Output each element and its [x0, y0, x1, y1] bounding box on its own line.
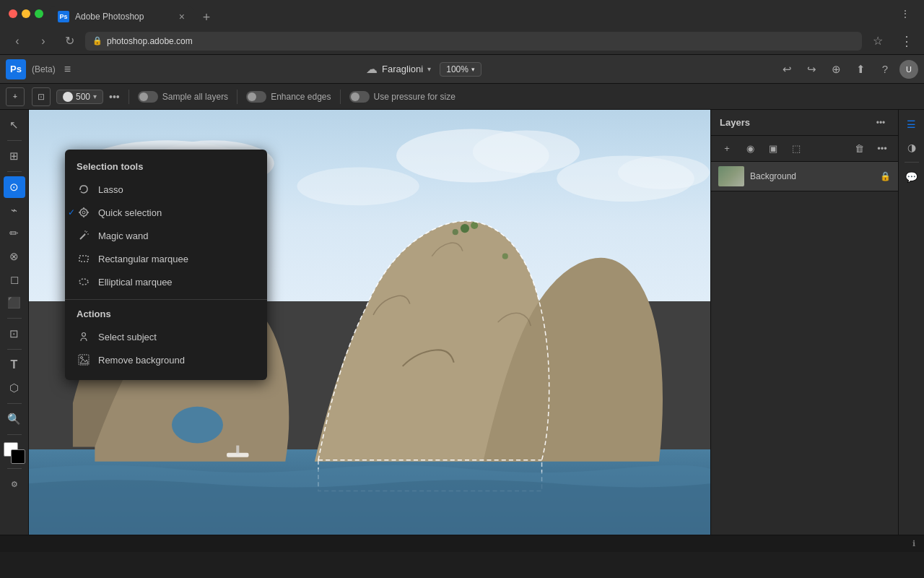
rectangular-marquee-icon: [77, 251, 91, 266]
panel-header-actions: •••: [872, 114, 889, 131]
magic-wand-icon: [77, 228, 91, 243]
zoom-control[interactable]: 100% ▾: [440, 62, 481, 77]
enhance-edges-label: Enhance edges: [271, 92, 331, 102]
layers-panel-toggle-button[interactable]: ☰: [902, 114, 922, 134]
cloud-workspace-selector[interactable]: ☁ Faraglioni ▾: [366, 62, 431, 76]
svg-point-30: [82, 333, 86, 337]
eyedropper-tool-button[interactable]: 🔍: [4, 408, 25, 430]
browser-settings-icon[interactable]: ⋮: [895, 4, 915, 24]
tab-favicon: Ps: [58, 11, 69, 22]
popup-actions-title: Actions: [65, 306, 267, 325]
toolbar-separator-2: [7, 171, 22, 172]
svg-point-18: [82, 211, 85, 214]
enhance-edges-toggle[interactable]: [246, 91, 266, 103]
brush-preview-icon: [63, 92, 73, 102]
selection-tools-popup: Selection tools Lasso ✓: [65, 150, 267, 380]
layer-name: Background: [750, 171, 874, 181]
quick-selection-tool-item[interactable]: ✓ Quick selection: [65, 201, 267, 224]
fill-tool-button[interactable]: ⬛: [4, 292, 25, 314]
more-options-button[interactable]: •••: [109, 91, 120, 103]
tab-close-button[interactable]: ×: [179, 11, 185, 22]
workspace-name: Faraglioni: [382, 64, 423, 74]
magic-wand-tool-item[interactable]: Magic wand: [65, 224, 267, 247]
bookmark-icon[interactable]: ☆: [868, 31, 888, 51]
selection-tool-button[interactable]: ⊙: [4, 176, 25, 198]
canvas-area[interactable]: Selection tools Lasso ✓: [29, 110, 710, 535]
color-preview[interactable]: [4, 442, 25, 464]
remove-background-icon: [77, 353, 91, 367]
move-tool-button[interactable]: ↖: [4, 114, 25, 136]
panel-more-options-button[interactable]: •••: [872, 114, 889, 131]
elliptical-marquee-tool-item[interactable]: Elliptical marquee: [65, 270, 267, 293]
adjustments-tool-button[interactable]: ⚙: [4, 473, 25, 495]
traffic-light-yellow[interactable]: [22, 9, 30, 18]
rectangular-marquee-tool-item[interactable]: Rectangular marquee: [65, 247, 267, 270]
svg-rect-28: [79, 256, 88, 262]
layers-list: Background 🔒: [711, 162, 898, 535]
select-subject-action-item[interactable]: Select subject: [65, 325, 267, 348]
brush-tool-button[interactable]: ✏: [4, 223, 25, 244]
layer-effects-button[interactable]: ◉: [740, 139, 760, 159]
quick-selection-icon: [77, 205, 91, 220]
sample-all-layers-label: Sample all layers: [162, 92, 228, 102]
user-avatar[interactable]: U: [899, 60, 918, 79]
chat-button[interactable]: 💬: [902, 167, 922, 187]
type-tool-button[interactable]: T: [4, 354, 25, 376]
layers-more-options-button[interactable]: •••: [872, 139, 892, 159]
selection-mode-subtract-button[interactable]: ⊡: [32, 87, 51, 106]
add-layer-button[interactable]: +: [717, 139, 737, 159]
toolbar-actions: ↩ ↪ ⊕ ⬆ ? U: [777, 59, 918, 79]
redo-button[interactable]: ↪: [801, 59, 821, 79]
selection-mode-add-button[interactable]: +: [6, 87, 25, 106]
app-toolbar: Ps (Beta) ≡ ☁ Faraglioni ▾ 100% ▾ ↩ ↪ ⊕ …: [0, 55, 924, 84]
browser-menu-icon[interactable]: ⋮: [897, 31, 917, 51]
discover-button[interactable]: ⊕: [826, 59, 846, 79]
layer-mask-button[interactable]: ▣: [763, 139, 783, 159]
adjustments-panel-button[interactable]: ◑: [902, 137, 922, 158]
layer-lock-icon: 🔒: [880, 171, 891, 181]
remove-background-action-item[interactable]: Remove background: [65, 348, 267, 371]
pressure-size-toggle[interactable]: [349, 91, 370, 103]
layer-group-button[interactable]: ⬚: [786, 139, 806, 159]
sample-all-layers-toggle[interactable]: [138, 91, 158, 103]
shape-tool-button[interactable]: ⬡: [4, 377, 25, 399]
svg-point-12: [502, 254, 508, 259]
undo-button[interactable]: ↩: [777, 59, 797, 79]
background-color[interactable]: [11, 449, 25, 464]
healing-tool-button[interactable]: ⌁: [4, 199, 25, 221]
elliptical-marquee-icon: [77, 275, 91, 289]
quick-selection-label: Quick selection: [98, 207, 162, 218]
lasso-label: Lasso: [98, 184, 123, 195]
app-container: Ps (Beta) ≡ ☁ Faraglioni ▾ 100% ▾ ↩ ↪ ⊕ …: [0, 55, 924, 552]
svg-point-11: [453, 229, 458, 235]
help-button[interactable]: ?: [875, 59, 895, 79]
back-button[interactable]: ‹: [7, 31, 27, 51]
browser-chrome: Ps Adobe Photoshop × + ⋮ ‹ › ↻ 🔒 photosh…: [0, 0, 924, 55]
forward-button[interactable]: ›: [33, 31, 53, 51]
traffic-light-red[interactable]: [9, 9, 17, 18]
delete-layer-button[interactable]: 🗑: [849, 139, 869, 159]
svg-line-23: [80, 234, 85, 239]
crop-tool-button[interactable]: ⊡: [4, 323, 25, 345]
layer-item[interactable]: Background 🔒: [711, 162, 898, 191]
info-icon[interactable]: ℹ: [912, 539, 915, 548]
new-tab-button[interactable]: +: [196, 7, 217, 27]
share-button[interactable]: ⬆: [850, 59, 871, 79]
toolbar-separator-5: [7, 403, 22, 404]
eraser-tool-button[interactable]: ◻: [4, 269, 25, 290]
enhance-edges-toggle-group: Enhance edges: [246, 91, 331, 103]
address-bar[interactable]: 🔒 photoshop.adobe.com: [85, 32, 862, 51]
svg-point-16: [79, 189, 81, 190]
lasso-tool-item[interactable]: Lasso: [65, 178, 267, 201]
traffic-light-green[interactable]: [35, 9, 43, 18]
cloud-icon: ☁: [366, 62, 378, 76]
hamburger-menu-button[interactable]: ≡: [64, 63, 71, 76]
brush-size-control[interactable]: 500 ▾: [56, 90, 103, 104]
clone-stamp-tool-button[interactable]: ⊗: [4, 246, 25, 267]
refresh-button[interactable]: ↻: [59, 31, 79, 51]
browser-tab[interactable]: Ps Adobe Photoshop ×: [49, 6, 193, 27]
artboard-tool-button[interactable]: ⊞: [4, 145, 25, 167]
toolbar-separator-7: [7, 468, 22, 469]
svg-point-32: [81, 357, 83, 359]
popup-section-title: Selection tools: [65, 158, 267, 178]
